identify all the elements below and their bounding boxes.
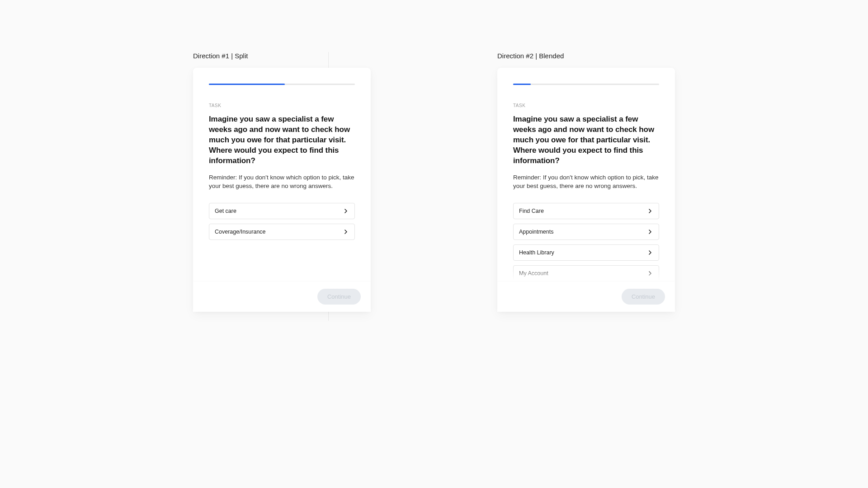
option-label: Appointments — [519, 229, 553, 235]
direction-label: Direction #2 | Blended — [497, 52, 675, 60]
survey-card-1: TASK Imagine you saw a specialist a few … — [193, 68, 371, 312]
chevron-right-icon — [647, 229, 653, 235]
options-list: Get careCoverage/Insurance — [209, 203, 355, 240]
task-heading: Imagine you saw a specialist a few weeks… — [209, 114, 355, 166]
direction-label: Direction #1 | Split — [193, 52, 371, 60]
option-row[interactable]: Find Care — [513, 203, 659, 219]
card-content: TASK Imagine you saw a specialist a few … — [497, 68, 675, 281]
survey-card-2: TASK Imagine you saw a specialist a few … — [497, 68, 675, 312]
progress-bar — [209, 84, 355, 85]
chevron-right-icon — [343, 229, 349, 235]
progress-fill — [513, 84, 531, 85]
option-label: Health Library — [519, 249, 554, 256]
option-label: My Account — [519, 270, 548, 277]
direction-column-2: Direction #2 | Blended TASK Imagine you … — [497, 52, 675, 312]
progress-fill — [209, 84, 285, 85]
option-row[interactable]: Get care — [209, 203, 355, 219]
task-eyebrow: TASK — [209, 103, 355, 108]
option-label: Get care — [215, 208, 236, 214]
option-row[interactable]: Coverage/Insurance — [209, 224, 355, 240]
option-row[interactable]: Health Library — [513, 244, 659, 261]
option-row[interactable]: Appointments — [513, 224, 659, 240]
comparison-container: Direction #1 | Split TASK Imagine you sa… — [0, 0, 868, 312]
card-footer: Continue — [193, 281, 371, 312]
card-footer: Continue — [497, 281, 675, 312]
options-list: Find CareAppointmentsHealth LibraryMy Ac… — [513, 203, 659, 281]
chevron-right-icon — [647, 270, 653, 277]
chevron-right-icon — [343, 208, 349, 214]
continue-button[interactable]: Continue — [317, 289, 361, 305]
chevron-right-icon — [647, 208, 653, 214]
option-label: Coverage/Insurance — [215, 229, 266, 235]
task-reminder: Reminder: If you don't know which option… — [209, 174, 355, 191]
continue-button[interactable]: Continue — [622, 289, 665, 305]
chevron-right-icon — [647, 249, 653, 256]
option-label: Find Care — [519, 208, 544, 214]
task-heading: Imagine you saw a specialist a few weeks… — [513, 114, 659, 166]
progress-bar — [513, 84, 659, 85]
option-row[interactable]: My Account — [513, 265, 659, 281]
card-content: TASK Imagine you saw a specialist a few … — [193, 68, 371, 281]
task-reminder: Reminder: If you don't know which option… — [513, 174, 659, 191]
task-eyebrow: TASK — [513, 103, 659, 108]
direction-column-1: Direction #1 | Split TASK Imagine you sa… — [193, 52, 371, 312]
